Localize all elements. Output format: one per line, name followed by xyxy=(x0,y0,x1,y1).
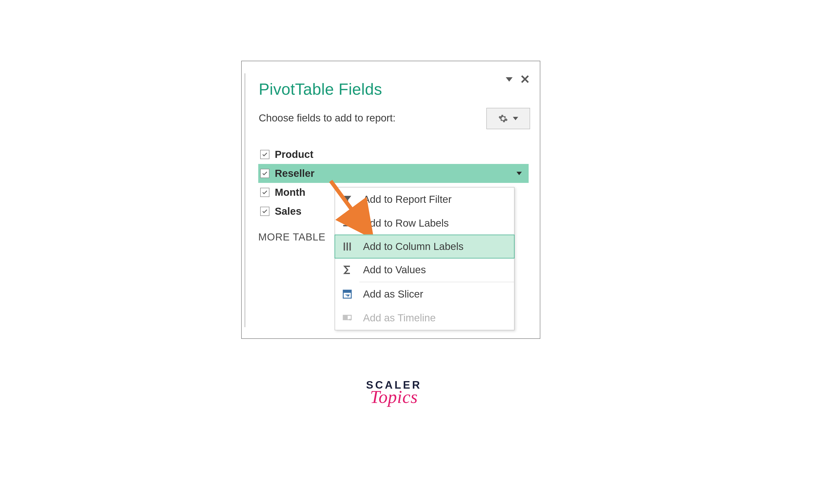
menu-item-values[interactable]: Add to Values xyxy=(335,258,514,282)
panel-options-dropdown-icon[interactable] xyxy=(506,77,513,81)
field-row-reseller[interactable]: Reseller xyxy=(258,164,529,183)
panel-subtitle-row: Choose fields to add to report: xyxy=(259,112,530,124)
svg-rect-3 xyxy=(344,243,345,251)
field-row-product[interactable]: Product xyxy=(258,145,529,164)
panel-drag-handle[interactable] xyxy=(244,73,246,327)
field-label: Month xyxy=(275,186,305,198)
panel-title-row: PivotTable Fields ✕ xyxy=(259,78,530,100)
menu-label: Add to Row Labels xyxy=(363,217,449,229)
slicer-icon xyxy=(341,288,353,300)
menu-label: Add as Slicer xyxy=(363,288,423,300)
close-icon[interactable]: ✕ xyxy=(520,73,530,86)
column-labels-icon xyxy=(341,240,353,253)
svg-rect-7 xyxy=(343,290,351,293)
menu-item-slicer[interactable]: Add as Slicer xyxy=(335,282,514,306)
panel-title-actions: ✕ xyxy=(506,73,530,86)
more-tables-link[interactable]: MORE TABLE xyxy=(258,231,326,243)
svg-rect-1 xyxy=(343,222,351,224)
svg-rect-4 xyxy=(346,243,348,251)
field-label: Sales xyxy=(275,206,301,217)
panel-title: PivotTable Fields xyxy=(259,80,382,98)
menu-item-row-labels[interactable]: Add to Row Labels xyxy=(335,211,514,235)
checkbox-sales[interactable] xyxy=(260,207,270,216)
checkbox-month[interactable] xyxy=(260,188,270,197)
checkbox-product[interactable] xyxy=(260,150,270,159)
scaler-topics-logo: SCALER Topics xyxy=(355,379,433,407)
timeline-icon xyxy=(341,312,353,324)
menu-item-column-labels[interactable]: Add to Column Labels xyxy=(335,235,515,259)
field-list-options-button[interactable] xyxy=(486,108,530,129)
funnel-icon xyxy=(341,193,353,206)
field-label: Product xyxy=(275,149,313,160)
panel-subtitle: Choose fields to add to report: xyxy=(259,112,396,124)
menu-label: Add to Report Filter xyxy=(363,193,451,205)
menu-label: Add to Values xyxy=(363,264,426,276)
row-labels-icon xyxy=(341,217,353,229)
svg-rect-0 xyxy=(343,220,351,222)
field-context-menu: Add to Report Filter Add to Row Labels A… xyxy=(335,187,515,330)
checkmark-icon xyxy=(262,208,268,215)
field-dropdown-icon[interactable] xyxy=(517,172,522,175)
sigma-icon xyxy=(341,264,353,276)
checkbox-reseller[interactable] xyxy=(260,169,270,178)
menu-label: Add to Column Labels xyxy=(363,241,464,253)
gear-icon xyxy=(498,114,508,123)
svg-rect-2 xyxy=(343,225,351,226)
field-label: Reseller xyxy=(275,168,314,179)
menu-item-report-filter[interactable]: Add to Report Filter xyxy=(335,187,514,211)
svg-rect-5 xyxy=(349,243,351,251)
svg-rect-9 xyxy=(343,315,348,320)
checkmark-icon xyxy=(262,170,268,177)
checkmark-icon xyxy=(262,189,268,195)
checkmark-icon xyxy=(262,151,268,158)
menu-item-timeline: Add as Timeline xyxy=(335,306,514,330)
menu-label: Add as Timeline xyxy=(363,312,436,324)
chevron-down-icon xyxy=(513,117,518,120)
